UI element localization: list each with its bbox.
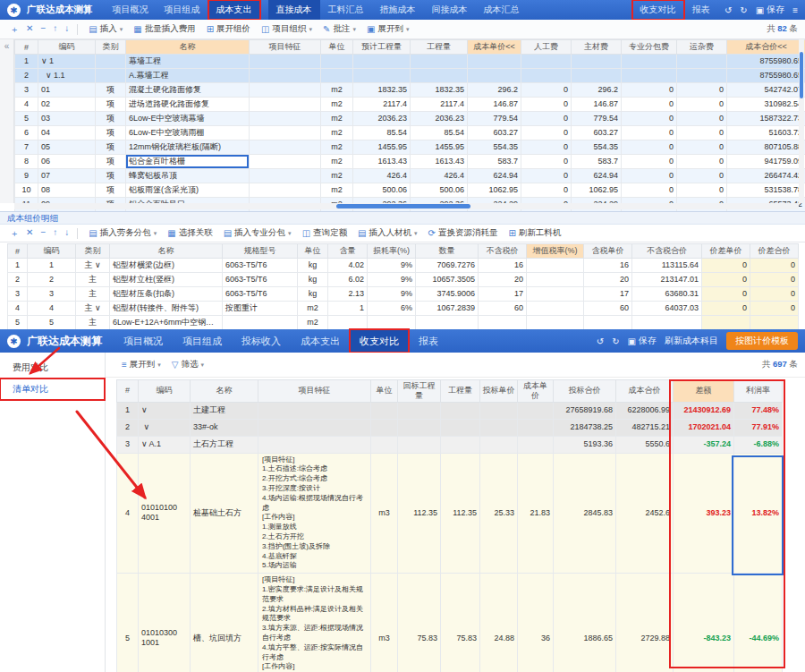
cell[interactable]: 64037.03 (632, 302, 702, 316)
column-header[interactable]: 预计工程量 (353, 40, 411, 55)
cell[interactable]: 项 (96, 98, 126, 112)
cell[interactable] (250, 69, 321, 83)
cell[interactable]: 4 (28, 302, 76, 316)
cell[interactable]: 2036.23 (353, 112, 411, 126)
nav-tab[interactable]: 成本支出 (208, 0, 260, 20)
cell[interactable]: 铝合金百叶格栅 (126, 155, 250, 169)
cell[interactable]: 项 (96, 140, 126, 155)
column-header[interactable]: 单位 (321, 40, 353, 55)
cell[interactable] (677, 55, 727, 69)
cell[interactable]: 土建工程 (191, 402, 258, 419)
column-header[interactable]: 主材费 (572, 40, 622, 55)
cell[interactable]: 9% (368, 287, 416, 302)
cell[interactable]: 0 (622, 169, 677, 183)
cell[interactable]: 03 (38, 112, 96, 126)
cell[interactable] (250, 112, 321, 126)
cell[interactable]: 桩基础土石方 (191, 453, 258, 574)
cell[interactable]: 2729.88 (616, 574, 674, 672)
cell[interactable]: 主 (76, 287, 110, 302)
cell[interactable] (480, 402, 518, 419)
cell[interactable]: 2 (8, 273, 28, 287)
sidebar-item[interactable]: 清单对比 (0, 379, 105, 400)
nav-tab[interactable]: 直接成本 (268, 0, 320, 20)
tool-icon[interactable]: ↓ (62, 23, 72, 36)
table-row[interactable]: 705项12mm钢化玻璃栏板(隔断)m21455.951455.95554.35… (15, 140, 805, 155)
cell[interactable]: 0 (750, 259, 799, 273)
column-header[interactable]: 名称 (126, 40, 250, 55)
toolbar-item[interactable]: ✎批注▾ (318, 23, 361, 35)
cell[interactable] (411, 55, 468, 69)
cell[interactable] (572, 69, 622, 83)
cell[interactable]: 113115.64 (632, 259, 702, 273)
column-header[interactable]: 编码 (38, 40, 96, 55)
cell[interactable]: 213147.01 (632, 273, 702, 287)
cell[interactable]: -6.88% (734, 436, 783, 453)
cell[interactable]: 混凝土硬化路面修复 (126, 83, 250, 98)
column-header[interactable]: # (15, 40, 38, 55)
cell[interactable]: -44.69% (734, 574, 783, 672)
cell[interactable]: 01010100 4001 (139, 453, 191, 574)
table-row[interactable]: 55主6Low-E+12A+6mm中空钢化玻璃m2 (8, 316, 799, 330)
cell[interactable]: 6Low-E中空玻璃雨棚 (126, 126, 250, 140)
cell[interactable] (572, 55, 622, 69)
cell[interactable]: 75.83 (441, 574, 480, 672)
column-header[interactable]: 名称 (191, 380, 258, 403)
cell[interactable]: 铝型材压条(扣条) (110, 287, 223, 302)
cell[interactable]: 12mm钢化玻璃栏板(隔断) (126, 140, 250, 155)
nav-tab[interactable]: 成本支出 (291, 329, 350, 353)
cell[interactable]: 3 (15, 83, 38, 98)
tool-icon[interactable]: − (38, 227, 48, 240)
cell[interactable]: 2 (117, 419, 139, 436)
cell[interactable]: 10657.3505 (416, 273, 479, 287)
cell[interactable]: 24.88 (480, 574, 518, 672)
cell[interactable]: 1886.65 (554, 574, 616, 672)
cell[interactable]: 项 (96, 183, 126, 198)
tool-icon[interactable]: ＋ (7, 23, 21, 36)
column-header[interactable]: 数量 (416, 244, 479, 259)
cell[interactable] (353, 55, 411, 69)
save-button[interactable]: ▣保存 (628, 335, 657, 347)
cell[interactable]: [项目特征] 1.密实度要求:满足设计及相关规范要求 2.填方材料品种:满足设计… (258, 574, 371, 672)
cell[interactable]: 16 (584, 259, 632, 273)
column-header[interactable]: 成本合价 (616, 380, 674, 403)
column-header[interactable]: 成本合价<< (727, 40, 805, 55)
cell[interactable]: 85.54 (353, 126, 411, 140)
cell[interactable]: 1702021.04 (674, 419, 734, 436)
tool-icon[interactable]: ＋ (7, 227, 21, 240)
nav-tab[interactable]: 报表 (409, 329, 448, 353)
table-row[interactable]: 301项混凝土硬化路面修复m21832.351832.35296.20296.2… (15, 83, 805, 98)
cell[interactable]: 0 (521, 83, 572, 98)
scrollbar-thumb[interactable] (800, 52, 803, 98)
cell[interactable]: m2 (321, 155, 353, 169)
cell[interactable]: 07 (38, 169, 96, 183)
cell[interactable] (250, 155, 321, 169)
toolbar-item[interactable]: ▽筛选▾ (166, 359, 209, 370)
column-header[interactable]: 人工费 (521, 40, 572, 55)
cell[interactable]: 0 (622, 140, 677, 155)
cell[interactable]: 77.91% (734, 419, 783, 436)
column-header[interactable]: 工程量 (411, 40, 468, 55)
cell[interactable]: 112.35 (441, 453, 480, 574)
cell[interactable]: 0 (521, 155, 572, 169)
cell[interactable]: 主 (76, 316, 110, 330)
cell[interactable]: 3745.9006 (416, 287, 479, 302)
cell[interactable]: m2 (321, 183, 353, 198)
toolbar-item[interactable]: ▤插入▾ (83, 23, 128, 35)
table-row[interactable]: 402项进场道路硬化路面修复m22117.42117.4146.870146.8… (15, 98, 805, 112)
redo-icon[interactable]: ↻ (612, 336, 619, 346)
cell[interactable] (521, 55, 572, 69)
collapse-icon[interactable]: « (4, 41, 10, 51)
cell[interactable]: 按图重计 (223, 302, 298, 316)
cell[interactable]: 0 (702, 287, 750, 302)
cell[interactable]: 807105.88 (727, 140, 805, 155)
cell[interactable]: 04 (38, 126, 96, 140)
cell[interactable]: 21.83 (518, 453, 554, 574)
cell[interactable]: 779.54 (572, 112, 622, 126)
tool-icon[interactable]: − (38, 23, 48, 36)
cell[interactable] (518, 402, 554, 419)
cell[interactable]: 60 (584, 302, 632, 316)
cell[interactable]: 6228006.99 (616, 402, 674, 419)
cell[interactable]: 2117.4 (353, 98, 411, 112)
cell[interactable]: kg (298, 287, 328, 302)
cell[interactable]: 6063-T5/T6 (223, 287, 298, 302)
